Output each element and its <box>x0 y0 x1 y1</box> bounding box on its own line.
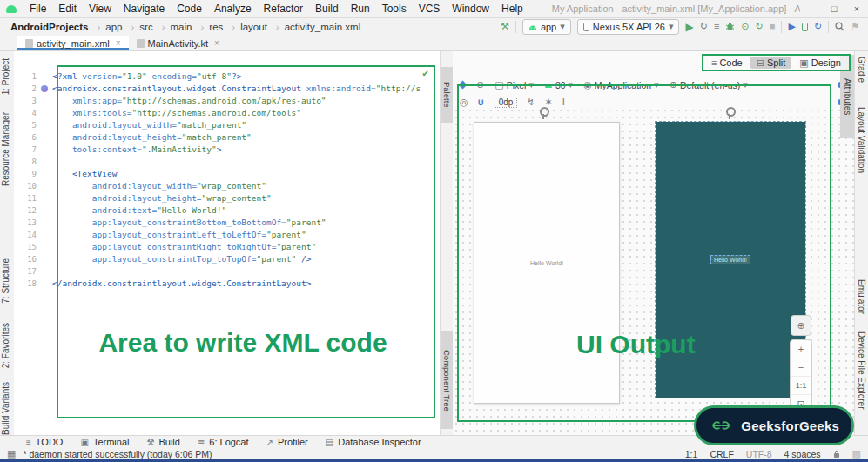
view-mode-button[interactable]: ⊟ Split <box>750 57 792 69</box>
device-dropdown[interactable]: Nexus 5X API 26 ▾ <box>577 19 680 35</box>
code-line[interactable]: 2<androidx.constraintlayout.widget.Const… <box>14 83 440 95</box>
close-tab-icon[interactable]: × <box>214 38 219 48</box>
design-preview-phone[interactable]: Hello World! <box>474 122 620 404</box>
editor-tab[interactable]: MainActivity.kt × <box>129 36 227 50</box>
code-line[interactable]: 6 android:layout_height="match_parent" <box>14 131 440 144</box>
tool-window-button[interactable]: ▤ Database Inspector <box>326 437 421 447</box>
code-line[interactable]: 13 app:layout_constraintBottom_toBottomO… <box>14 217 440 229</box>
menu-item[interactable]: Analyze <box>208 3 258 15</box>
preview-hello-world-text[interactable]: Hello World! <box>530 260 563 266</box>
zoom-out-button[interactable]: − <box>791 358 811 376</box>
avd-manager-icon[interactable]: ▶ <box>788 22 795 31</box>
menu-item[interactable]: Help <box>495 3 529 15</box>
menu-item[interactable]: Build <box>309 3 345 15</box>
view-options-eye-icon[interactable]: ◎ <box>460 97 468 107</box>
indent-setting[interactable]: 4 spaces <box>784 449 821 459</box>
code-line[interactable]: 7 tools:context=".MainActivity"> <box>14 144 440 156</box>
debug-bug-icon[interactable] <box>725 22 735 31</box>
code-line[interactable]: 11 android:layout_height="wrap_content" <box>14 192 440 204</box>
code-line[interactable]: 12 android:text="Hello World!" <box>14 204 440 217</box>
profiler-icon[interactable]: ⊙ <box>741 22 749 31</box>
lock-icon[interactable] <box>833 450 840 459</box>
tool-tab-device-file-explorer[interactable]: Device File Explorer <box>857 331 866 409</box>
code-line[interactable]: 3 xmlns:app="http://schemas.android.com/… <box>14 95 440 107</box>
tool-tab-build-variants[interactable]: Build Variants <box>1 382 10 435</box>
view-mode-button[interactable]: ▣ Design <box>793 57 847 69</box>
layout-preview-gutter-icon[interactable] <box>41 85 48 92</box>
breadcrumb-item[interactable]: AndroidProjects <box>9 22 90 32</box>
menu-item[interactable]: File <box>24 3 52 15</box>
tool-tab-project[interactable]: 1: Project <box>1 58 10 95</box>
view-mode-button[interactable]: ≡ Code <box>705 57 749 69</box>
clear-constraints-icon[interactable]: ↯ <box>527 97 535 107</box>
breadcrumb-item[interactable]: layout <box>225 22 269 32</box>
menu-item[interactable]: Navigate <box>118 3 171 15</box>
code-line[interactable]: 1<?xml version="1.0" encoding="utf-8"?> <box>14 70 440 83</box>
caret-position[interactable]: 1:1 <box>685 449 698 459</box>
editor-tab[interactable]: activity_main.xml × <box>17 36 129 50</box>
menu-item[interactable]: Tools <box>376 3 413 15</box>
menu-item[interactable]: View <box>83 3 118 15</box>
breadcrumb-item[interactable]: src <box>124 22 155 32</box>
magnet-autoconnect-icon[interactable]: ∪ <box>478 97 485 107</box>
locale-dropdown[interactable]: ⊕ Default (en-us) ▾ <box>670 80 748 90</box>
device-manager-icon[interactable] <box>802 23 808 31</box>
blueprint-hello-world-text[interactable]: Hello World! <box>710 255 750 264</box>
code-line[interactable]: 17 <box>14 265 440 278</box>
code-line[interactable]: 18</androidx.constraintlayout.widget.Con… <box>14 278 440 290</box>
apply-changes-icon[interactable]: ↻ <box>700 22 708 31</box>
menu-item[interactable]: Code <box>171 3 208 15</box>
tool-tab-layout-validation[interactable]: Layout Validation <box>857 107 866 173</box>
sdk-manager-icon[interactable]: ↻ <box>814 22 822 31</box>
code-editor[interactable]: 1<?xml version="1.0" encoding="utf-8"?>2… <box>14 51 440 435</box>
apply-code-changes-icon[interactable]: ↻ <box>756 22 764 31</box>
menu-item[interactable]: Window <box>446 3 495 15</box>
tool-tab-favorites[interactable]: 2: Favorites <box>1 323 10 368</box>
theme-dropdown[interactable]: ◉ MyApplication ▾ <box>583 80 659 90</box>
tool-tab-palette[interactable]: Palette <box>441 67 454 123</box>
run-configuration-dropdown[interactable]: app ▾ <box>522 19 571 35</box>
toolwindow-toggle-icon[interactable]: ▦ <box>7 449 16 459</box>
tool-tab-component-tree[interactable]: Component Tree <box>441 331 454 429</box>
tool-window-button[interactable]: ↗ Profiler <box>266 437 308 447</box>
tool-window-button[interactable]: ▣ Terminal <box>80 437 129 447</box>
code-line[interactable]: 16 app:layout_constraintTop_toTopOf="par… <box>14 253 440 265</box>
code-line[interactable]: 4 xmlns:tools="http://schemas.android.co… <box>14 107 440 119</box>
tool-tab-structure[interactable]: 7: Structure <box>1 258 10 304</box>
line-separator[interactable]: CRLF <box>710 449 733 459</box>
blueprint-config-wrench-icon[interactable] <box>726 107 736 117</box>
code-line[interactable]: 10 android:layout_width="wrap_content" <box>14 180 440 192</box>
close-button[interactable]: × <box>845 1 868 17</box>
code-line[interactable]: 5 android:layout_width="match_parent" <box>14 119 440 131</box>
zoom-in-button[interactable]: + <box>791 340 811 358</box>
inspection-ok-icon[interactable]: ✔ <box>422 69 429 78</box>
breadcrumb-item[interactable]: main <box>155 22 194 32</box>
menu-item[interactable]: Edit <box>52 3 83 15</box>
run-button[interactable]: ▶ <box>685 22 693 32</box>
pan-tool-button[interactable]: ⊕ <box>791 315 811 336</box>
default-margin-selector[interactable]: 0dp <box>495 97 518 108</box>
run-menu-icon[interactable]: ≡ <box>714 22 719 31</box>
breadcrumb-item[interactable]: activity_main.xml <box>269 22 362 32</box>
bookmark-flag-icon[interactable]: ⚑ <box>851 22 859 31</box>
search-everywhere-icon[interactable] <box>835 22 844 31</box>
code-line[interactable]: 9 <TextView <box>14 168 440 180</box>
design-config-wrench-icon[interactable] <box>540 107 549 117</box>
tool-window-button[interactable]: ≣ 6: Logcat <box>198 437 249 447</box>
maximize-button[interactable]: □ <box>823 1 845 17</box>
tool-tab-gradle[interactable]: Gradle <box>857 57 866 83</box>
tool-window-button[interactable]: ≡ TODO <box>26 437 63 447</box>
code-line[interactable]: 14 app:layout_constraintLeft_toLeftOf="p… <box>14 229 440 241</box>
menu-item[interactable]: VCS <box>413 3 447 15</box>
menu-item[interactable]: Refactor <box>258 3 309 15</box>
breadcrumb-item[interactable]: app <box>90 22 124 32</box>
tool-tab-emulator[interactable]: Emulator <box>857 279 866 314</box>
code-line[interactable]: 15 app:layout_constraintRight_toRightOf=… <box>14 241 440 253</box>
breadcrumb-item[interactable]: res <box>193 22 225 32</box>
close-tab-icon[interactable]: × <box>116 38 121 48</box>
stop-button[interactable]: ■ <box>770 22 776 31</box>
guideline-ibeam-icon[interactable]: I <box>562 97 565 107</box>
design-surface-icon[interactable] <box>459 81 468 90</box>
api-level-dropdown[interactable]: 30 ▾ <box>544 80 573 90</box>
gradle-status-icon[interactable]: ▩ <box>852 449 861 459</box>
